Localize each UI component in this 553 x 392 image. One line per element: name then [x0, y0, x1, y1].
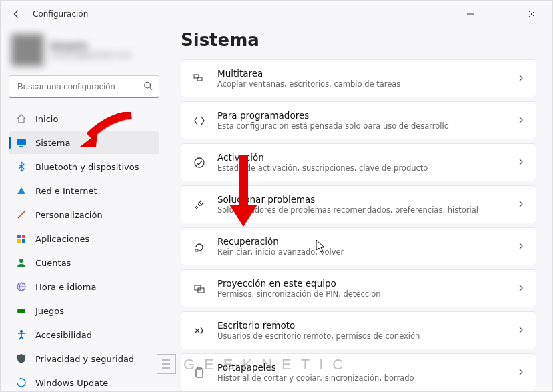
- svg-point-12: [19, 259, 23, 263]
- clipboard-icon: [192, 365, 207, 380]
- setting-body: MultitareaAcoplar ventanas, escritorios,…: [217, 68, 506, 89]
- chevron-right-icon: [517, 156, 525, 169]
- search-wrapper: [9, 75, 159, 98]
- setting-title: Multitarea: [217, 68, 506, 79]
- setting-card-activacion[interactable]: ActivaciónEstado de activación, suscripc…: [181, 143, 536, 181]
- setting-body: ActivaciónEstado de activación, suscripc…: [217, 152, 506, 173]
- sidebar-item-hora[interactable]: Hora e idioma: [9, 275, 159, 298]
- setting-body: Solucionar problemasSolucionadores de pr…: [217, 194, 506, 215]
- check-icon: [192, 155, 207, 170]
- minimize-button[interactable]: [455, 3, 486, 25]
- setting-card-recuperacion[interactable]: RecuperaciónReiniciar, inicio avanzado, …: [181, 227, 536, 265]
- setting-title: Para programadores: [217, 110, 506, 121]
- chevron-right-icon: [517, 366, 525, 379]
- svg-rect-16: [17, 309, 25, 313]
- maximize-icon: [498, 11, 504, 17]
- setting-description: Historial de cortar y copiar, sincroniza…: [217, 373, 506, 383]
- sidebar-item-label: Bluetooth y dispositivos: [35, 162, 139, 172]
- sidebar-item-accesibilidad[interactable]: Accesibilidad: [9, 323, 159, 346]
- home-icon: [15, 113, 27, 125]
- setting-body: Escritorio remotoUsuarios de escritorio …: [217, 320, 506, 341]
- sidebar-item-label: Windows Update: [35, 378, 108, 388]
- minimize-icon: [467, 11, 474, 17]
- svg-rect-1: [498, 11, 504, 17]
- brush-icon: [15, 209, 27, 221]
- svg-rect-25: [196, 369, 203, 377]
- setting-body: Proyección en este equipoPermisos, sincr…: [217, 278, 506, 299]
- gamepad-icon: [15, 305, 27, 317]
- setting-title: Escritorio remoto: [217, 320, 506, 331]
- content-area: Usuario usuario@ejemplo.com InicioSistem…: [1, 27, 552, 391]
- sidebar-item-label: Privacidad y seguridad: [35, 354, 134, 364]
- display-icon: [15, 137, 27, 149]
- sidebar-item-label: Juegos: [35, 306, 64, 316]
- close-icon: [528, 11, 535, 17]
- svg-rect-10: [17, 239, 21, 243]
- setting-title: Recuperación: [217, 236, 506, 247]
- windows-icon: [192, 71, 207, 86]
- setting-description: Solucionadores de problemas recomendados…: [217, 205, 506, 215]
- sidebar-item-label: Personalización: [35, 210, 103, 220]
- svg-rect-9: [22, 235, 25, 238]
- sidebar-item-aplicaciones[interactable]: Aplicaciones: [9, 227, 159, 250]
- sidebar-item-label: Hora e idioma: [35, 282, 96, 292]
- svg-rect-6: [17, 139, 26, 145]
- sidebar-item-inicio[interactable]: Inicio: [9, 107, 159, 130]
- svg-rect-22: [195, 249, 198, 251]
- setting-title: Portapapeles: [217, 362, 506, 373]
- close-button[interactable]: [516, 3, 547, 25]
- titlebar: Configuración: [1, 1, 552, 27]
- globe-icon: [15, 281, 27, 293]
- back-icon: [12, 9, 21, 19]
- setting-description: Reiniciar, inicio avanzado, volver: [217, 247, 506, 257]
- project-icon: [192, 281, 207, 296]
- setting-description: Usuarios de escritorio remoto, permisos …: [217, 331, 506, 341]
- setting-body: Para programadoresEsta configuración est…: [217, 110, 506, 131]
- svg-rect-11: [22, 239, 25, 243]
- sidebar-item-label: Inicio: [35, 114, 58, 124]
- back-button[interactable]: [6, 3, 27, 25]
- setting-description: Estado de activación, suscripciones, cla…: [217, 163, 506, 173]
- sidebar-item-bluetooth[interactable]: Bluetooth y dispositivos: [9, 155, 159, 178]
- svg-rect-8: [17, 235, 21, 238]
- setting-card-proyeccion[interactable]: Proyección en este equipoPermisos, sincr…: [181, 269, 536, 307]
- nav-list: InicioSistemaBluetooth y dispositivosRed…: [9, 107, 159, 391]
- profile-info: Usuario usuario@ejemplo.com: [50, 41, 132, 59]
- apps-icon: [15, 233, 27, 245]
- setting-card-problemas[interactable]: Solucionar problemasSolucionadores de pr…: [181, 185, 536, 223]
- chevron-right-icon: [517, 72, 525, 85]
- chevron-right-icon: [517, 324, 525, 337]
- setting-card-programadores[interactable]: Para programadoresEsta configuración est…: [181, 101, 536, 139]
- bluetooth-icon: [15, 161, 27, 173]
- sidebar-item-label: Red e Internet: [35, 186, 97, 196]
- sidebar-item-juegos[interactable]: Juegos: [9, 299, 159, 322]
- settings-window: Configuración Usuario usuario@ejemplo.co…: [0, 0, 553, 392]
- remote-icon: [192, 323, 207, 338]
- sidebar-item-red[interactable]: Red e Internet: [9, 179, 159, 202]
- setting-description: Esta configuración está pensada solo par…: [217, 121, 506, 131]
- update-icon: [15, 377, 27, 389]
- sidebar-item-sistema[interactable]: Sistema: [9, 131, 159, 154]
- person-icon: [15, 257, 27, 269]
- profile-block[interactable]: Usuario usuario@ejemplo.com: [9, 30, 159, 75]
- sidebar-item-privacidad[interactable]: Privacidad y seguridad: [9, 347, 159, 370]
- maximize-button[interactable]: [486, 3, 516, 25]
- setting-card-multitarea[interactable]: MultitareaAcoplar ventanas, escritorios,…: [181, 59, 536, 97]
- setting-card-portapapeles[interactable]: PortapapelesHistorial de cortar y copiar…: [181, 353, 536, 391]
- sidebar-item-label: Sistema: [35, 138, 70, 148]
- sidebar-item-label: Aplicaciones: [35, 234, 89, 244]
- setting-title: Solucionar problemas: [217, 194, 506, 205]
- search-input[interactable]: [9, 75, 159, 98]
- svg-point-4: [145, 82, 151, 88]
- window-controls: [455, 3, 547, 25]
- setting-card-remoto[interactable]: Escritorio remotoUsuarios de escritorio …: [181, 311, 536, 349]
- setting-description: Acoplar ventanas, escritorios, cambio de…: [217, 79, 506, 89]
- wifi-icon: [15, 185, 27, 197]
- chevron-right-icon: [517, 240, 525, 253]
- sidebar-item-personalizacion[interactable]: Personalización: [9, 203, 159, 226]
- devtools-icon: [192, 113, 207, 128]
- svg-marker-18: [19, 377, 21, 380]
- sidebar-item-cuentas[interactable]: Cuentas: [9, 251, 159, 274]
- shield-icon: [15, 353, 27, 365]
- sidebar-item-update[interactable]: Windows Update: [9, 371, 159, 391]
